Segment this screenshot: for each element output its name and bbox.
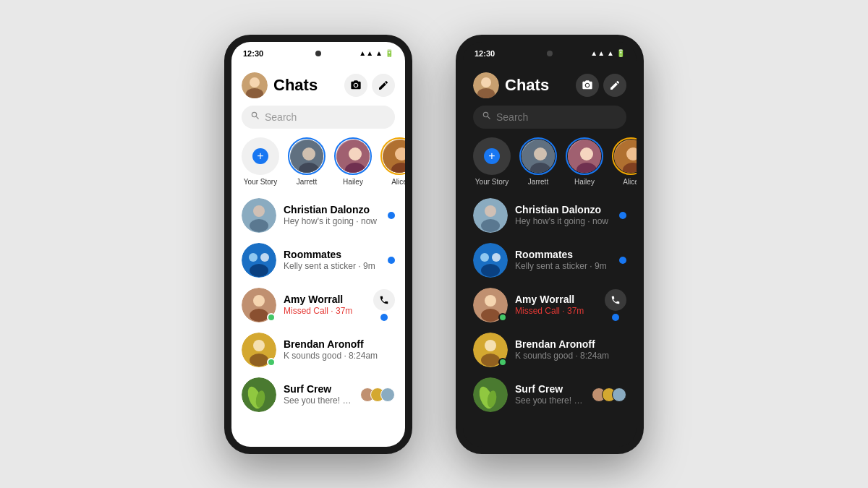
chat-header-light: Chats — [231, 65, 405, 103]
battery-icon: 🔋 — [385, 49, 393, 57]
header-icons-light — [344, 74, 395, 97]
chat-name-brendan-light: Brendan Aronoff — [284, 338, 388, 350]
story-ring-alice-light — [380, 137, 405, 175]
svg-point-24 — [250, 309, 268, 322]
chat-info-christian-light: Christian Dalonzo Hey how's it going · n… — [284, 204, 380, 226]
chat-right-amy-light — [373, 289, 395, 321]
search-bar-dark[interactable]: Search — [473, 106, 626, 129]
call-icon-amy-light[interactable] — [373, 289, 395, 311]
svg-point-51 — [492, 253, 501, 262]
chat-avatar-wrap-brendan-dark — [473, 333, 508, 367]
chat-item-roommates-light[interactable]: Roommates Kelly sent a sticker · 9m — [231, 238, 405, 283]
story-avatar-hailey-dark — [568, 140, 601, 173]
search-placeholder-dark: Search — [496, 111, 528, 123]
wifi-icon-dark: ▲ — [607, 49, 614, 57]
chat-list-light: Christian Dalonzo Hey how's it going · n… — [231, 193, 405, 447]
chat-preview-brendan-dark: K sounds good · 8:24am — [515, 351, 619, 361]
story-hailey-light[interactable]: Hailey — [334, 137, 372, 186]
story-alice-light[interactable]: Alice — [380, 137, 405, 186]
chat-name-surf-light: Surf Crew — [284, 383, 353, 395]
chat-item-roommates-dark[interactable]: Roommates Kelly sent a sticker · 9m — [463, 238, 637, 283]
chat-right-surf-dark — [592, 388, 626, 402]
svg-point-48 — [481, 219, 500, 232]
chat-item-amy-light[interactable]: Amy Worrall Missed Call · 37m — [231, 283, 405, 328]
chat-info-amy-dark: Amy Worrall Missed Call · 37m — [515, 294, 597, 316]
header-title-dark: Chats — [505, 76, 570, 95]
svg-point-55 — [481, 309, 500, 322]
chat-item-brendan-dark[interactable]: Brendan Aronoff K sounds good · 8:24am — [463, 328, 637, 372]
unread-dot-amy-light — [380, 314, 388, 321]
call-icon-amy-dark[interactable] — [605, 289, 626, 311]
phone-shell-dark: 12:30 ▲▲ ▲ 🔋 Chats — [456, 35, 644, 454]
chat-info-christian-dark: Christian Dalonzo Hey how's it going · n… — [515, 204, 612, 226]
header-icons-dark — [576, 74, 626, 97]
chat-name-christian-light: Christian Dalonzo — [284, 204, 380, 215]
chat-info-brendan-dark: Brendan Aronoff K sounds good · 8:24am — [515, 338, 619, 361]
chat-avatar-wrap-christian-light — [242, 198, 276, 233]
chat-right-christian-dark — [619, 212, 626, 219]
story-ring-jarrett-dark — [519, 137, 557, 175]
chat-avatar-wrap-brendan-light — [242, 333, 276, 367]
search-placeholder-light: Search — [265, 111, 297, 123]
camera-button-dark[interactable] — [576, 74, 599, 97]
svg-point-32 — [481, 77, 491, 87]
svg-point-58 — [481, 354, 500, 367]
group-avatars-surf-light — [360, 388, 395, 402]
story-ring-jarrett-light — [288, 137, 326, 175]
story-hailey-dark[interactable]: Hailey — [566, 137, 603, 186]
story-label-your-story-dark: Your Story — [475, 178, 509, 186]
phone-dark: 12:30 ▲▲ ▲ 🔋 Chats — [456, 35, 644, 454]
story-ring-hailey-dark — [566, 137, 603, 175]
svg-point-35 — [534, 147, 547, 160]
edit-button-light[interactable] — [372, 74, 395, 97]
unread-dot-amy-dark — [612, 314, 619, 321]
camera-button-light[interactable] — [344, 74, 367, 97]
chat-preview-christian-light: Hey how's it going · now — [284, 216, 380, 226]
chat-preview-surf-light: See you there! · Mon — [284, 395, 353, 406]
story-label-your-story-light: Your Story — [244, 178, 277, 186]
story-jarrett-light[interactable]: Jarrett — [288, 137, 326, 186]
chat-name-roommates-dark: Roommates — [515, 249, 612, 260]
svg-point-17 — [250, 219, 268, 232]
story-alice-dark[interactable]: Alice — [612, 137, 637, 186]
svg-point-47 — [485, 205, 496, 217]
search-bar-light[interactable]: Search — [242, 106, 395, 129]
svg-point-57 — [485, 340, 496, 351]
add-story-btn-dark[interactable]: + — [473, 137, 511, 175]
chat-list-dark: Christian Dalonzo Hey how's it going · n… — [463, 193, 637, 447]
unread-dot-christian-light — [388, 212, 395, 219]
chat-name-amy-light: Amy Worrall — [284, 294, 366, 305]
edit-icon — [378, 80, 389, 91]
chat-item-christian-dark[interactable]: Christian Dalonzo Hey how's it going · n… — [463, 193, 637, 238]
chat-avatar-roommates-light — [242, 243, 276, 278]
chat-avatar-wrap-surf-dark — [473, 377, 508, 412]
svg-point-26 — [253, 340, 265, 351]
story-your-story-dark[interactable]: + Your Story — [473, 137, 511, 186]
chat-avatar-surf-light — [242, 377, 276, 412]
battery-icon-dark: 🔋 — [616, 49, 625, 57]
chat-header-dark: Chats — [463, 65, 637, 103]
chat-item-amy-dark[interactable]: Amy Worrall Missed Call · 37m — [463, 283, 637, 328]
chat-item-christian-light[interactable]: Christian Dalonzo Hey how's it going · n… — [231, 193, 405, 238]
story-jarrett-dark[interactable]: Jarrett — [519, 137, 557, 186]
phone-icon-amy-dark — [610, 295, 621, 305]
story-your-story-light[interactable]: + Your Story — [242, 137, 279, 186]
svg-point-1 — [250, 77, 260, 87]
edit-button-dark[interactable] — [603, 74, 626, 97]
unread-dot-roommates-dark — [619, 257, 626, 264]
online-dot-amy-light — [267, 313, 276, 322]
chat-item-surf-dark[interactable]: Surf Crew See you there! · Mon — [463, 372, 637, 417]
story-label-hailey-light: Hailey — [343, 178, 363, 186]
story-avatar-hailey-light — [336, 140, 370, 173]
chat-right-surf-light — [360, 388, 395, 402]
chat-avatar-wrap-amy-light — [242, 288, 276, 322]
add-story-btn-light[interactable]: + — [242, 137, 279, 175]
chat-item-surf-light[interactable]: Surf Crew See you there! · Mon — [231, 372, 405, 417]
chat-right-roommates-light — [388, 257, 395, 264]
chat-name-surf-dark: Surf Crew — [515, 383, 584, 395]
chat-preview-surf-dark: See you there! · Mon — [515, 395, 584, 406]
chat-item-brendan-light[interactable]: Brendan Aronoff K sounds good · 8:24am — [231, 328, 405, 372]
svg-point-19 — [249, 253, 258, 262]
phone-shell-light: 12:30 ▲▲ ▲ 🔋 Chats — [224, 35, 412, 454]
status-icons-light: ▲▲ ▲ 🔋 — [359, 49, 393, 57]
